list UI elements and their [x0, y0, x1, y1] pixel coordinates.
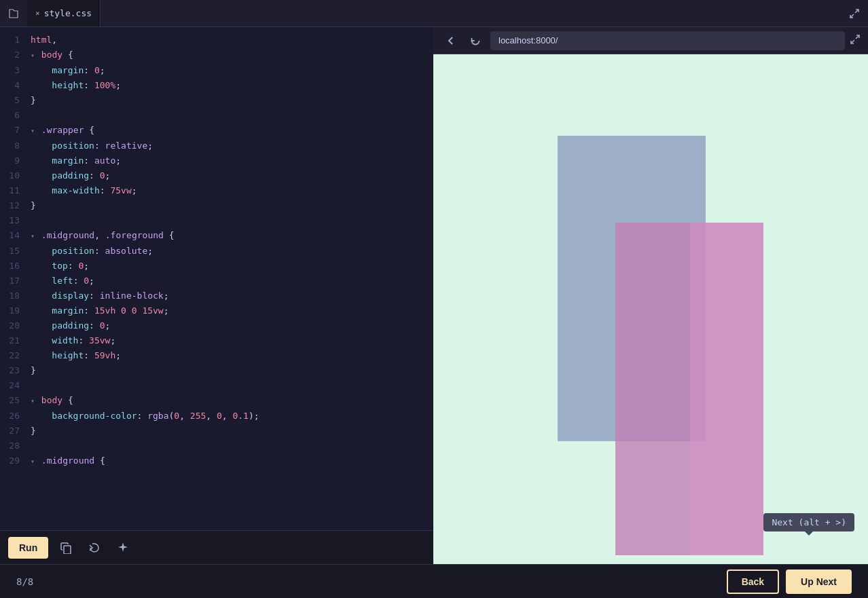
code-line: 23 } — [0, 363, 433, 378]
code-line: 29 ▾ .midground { — [0, 453, 433, 469]
code-line: 28 — [0, 438, 433, 453]
code-line: 20 padding: 0; — [0, 318, 433, 333]
code-line: 9 margin: auto; — [0, 153, 433, 168]
browser-refresh-button[interactable] — [466, 31, 485, 50]
page-counter: 8/8 — [16, 576, 33, 587]
code-line: 14 ▾ .midground, .foreground { — [0, 228, 433, 244]
expand-editor-button[interactable] — [841, 0, 868, 26]
nav-buttons: Back Up Next — [727, 569, 852, 594]
code-line: 10 padding: 0; — [0, 168, 433, 183]
browser-toolbar — [433, 27, 868, 54]
editor-toolbar: Run — [0, 530, 433, 564]
tab-close-icon[interactable]: × — [35, 9, 40, 18]
code-line: 13 — [0, 213, 433, 228]
code-line: 27 } — [0, 424, 433, 438]
up-next-button[interactable]: Up Next — [786, 569, 852, 594]
code-line: 21 width: 35vw; — [0, 333, 433, 348]
code-line: 5 } — [0, 93, 433, 108]
code-line: 17 left: 0; — [0, 274, 433, 288]
tab-filename: style.css — [44, 8, 92, 18]
next-tooltip: Next (alt + >) — [763, 513, 854, 531]
browser-expand-button[interactable] — [850, 35, 860, 46]
code-line: 8 position: relative; — [0, 138, 433, 153]
code-line: 12 } — [0, 198, 433, 213]
code-line: 25 ▾ body { — [0, 393, 433, 409]
code-line: 24 — [0, 378, 433, 393]
file-explorer-button[interactable] — [0, 0, 27, 26]
run-button[interactable]: Run — [8, 537, 48, 559]
code-line: 4 height: 100%; — [0, 78, 433, 93]
style-css-tab[interactable]: × style.css — [27, 0, 101, 26]
code-line: 6 — [0, 108, 433, 123]
preview-background — [433, 54, 868, 564]
code-lines: 1 html, 2 ▾ body { 3 margin: 0; 4 height… — [0, 27, 433, 530]
preview-pink-right-box — [690, 223, 763, 555]
tab-bar: × style.css — [0, 0, 868, 27]
code-editor: 1 html, 2 ▾ body { 3 margin: 0; 4 height… — [0, 27, 433, 564]
code-line: 16 top: 0; — [0, 259, 433, 274]
back-button[interactable]: Back — [727, 569, 779, 594]
sparkle-button[interactable] — [112, 537, 134, 559]
code-line: 26 background-color: rgba(0, 255, 0, 0.1… — [0, 409, 433, 424]
copy-button[interactable] — [55, 537, 77, 559]
browser-preview: Next (alt + >) — [433, 54, 868, 564]
code-line: 18 display: inline-block; — [0, 288, 433, 303]
code-line: 19 margin: 15vh 0 0 15vw; — [0, 303, 433, 318]
svg-rect-2 — [64, 546, 71, 554]
code-line: 1 html, — [0, 33, 433, 48]
code-line: 3 margin: 0; — [0, 63, 433, 78]
browser-url-input[interactable] — [490, 31, 845, 50]
browser-back-button[interactable] — [441, 31, 460, 50]
browser-panel: Next (alt + >) — [433, 27, 868, 564]
code-line: 2 ▾ body { — [0, 48, 433, 63]
code-line: 15 position: absolute; — [0, 244, 433, 259]
code-line: 7 ▾ .wrapper { — [0, 123, 433, 138]
code-line: 11 max-width: 75vw; — [0, 183, 433, 198]
reset-button[interactable] — [84, 537, 105, 559]
footer-bar: 8/8 Back Up Next — [0, 564, 868, 598]
code-line: 22 height: 59vh; — [0, 348, 433, 363]
